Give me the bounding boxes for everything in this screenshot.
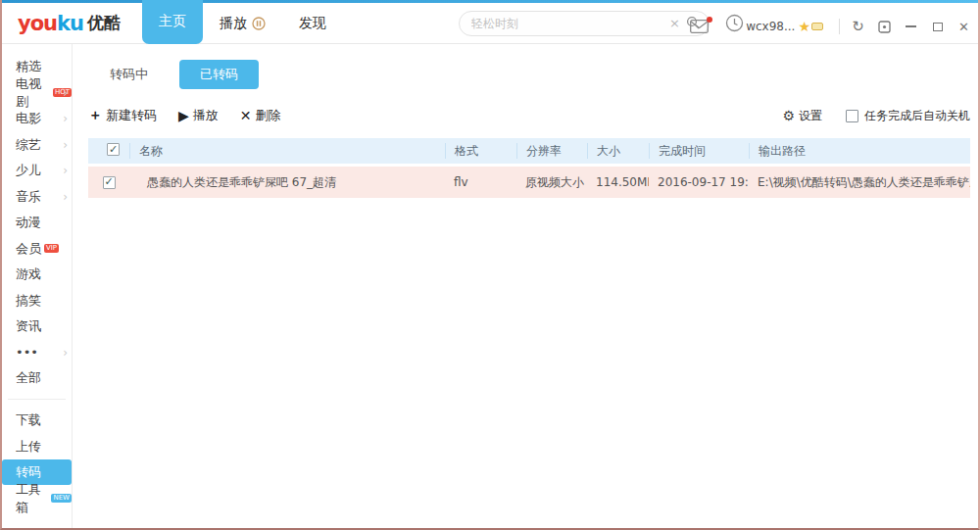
select-all-checkbox[interactable] [107,143,120,156]
maximize-button[interactable] [931,19,944,34]
row-size: 114.50MB [587,175,649,189]
column-header-size: 大小 [587,143,649,159]
transcode-tabs: 转码中 已转码 [96,60,978,89]
sidebar-item-label: 上传 [16,438,41,456]
sidebar-item-label: 转码 [16,463,41,481]
sidebar-divider [8,399,66,400]
logo-you: you [18,12,57,35]
sidebar-item-label: 电影 [16,110,41,127]
sidebar-item-more[interactable]: •••› [2,340,72,365]
delete-label: 删除 [256,107,281,124]
sidebar-item-anime[interactable]: 动漫 [2,210,72,235]
search-clear-icon[interactable]: × [669,16,680,30]
transcode-page: 转码中 已转码 ＋ 新建转码 ▶ 播放 ✕ 删除 ⚙ [73,44,978,528]
row-finish-time: 2016-09-17 19:41 [649,175,749,189]
logo-cn: 优酷 [87,12,121,34]
sidebar-item-label: 下载 [16,411,41,429]
delete-x-icon: ✕ [240,108,252,123]
youku-app-window: youku 优酷 主页 播放 发现 × [0,0,980,530]
row-output-path: E:\视频\优酷转码\愚蠢的人类还是乖乖铲屎吧 6... [749,174,970,191]
nav-play-label: 播放 [220,15,247,32]
user-account[interactable]: wcx98... ★ [746,19,823,34]
tab-transcoded[interactable]: 已转码 [179,60,259,89]
pause-circle-icon [252,17,266,30]
topbar-right-cluster: wcx98... ★ ↻ ✕ [690,6,970,47]
sidebar-item-label: 精选 [16,58,41,75]
close-button[interactable]: ✕ [957,19,970,34]
sidebar-item-all[interactable]: 全部 [2,365,72,391]
sidebar-item-label: 搞笑 [16,292,41,310]
sidebar-item-movies[interactable]: 电影› [2,106,72,131]
sidebar-item-tv-series[interactable]: 电视剧HOT› [2,80,72,106]
nav-tab-home[interactable]: 主页 [142,0,203,44]
sidebar: 精选 电视剧HOT› 电影› 综艺› 少儿› 音乐› 动漫 会员VIP 游戏 搞… [2,44,73,528]
sidebar-item-label: 工具箱 [16,481,48,516]
new-transcode-button[interactable]: ＋ 新建转码 [88,107,157,124]
chevron-right-icon: › [63,86,68,100]
sidebar-item-funny[interactable]: 搞笑 [2,288,72,313]
new-badge: NEW [51,494,72,503]
window-controls: ↻ ✕ [852,19,970,34]
row-name: 愚蠢的人类还是乖乖铲屎吧 67_超清 [129,174,445,191]
tab-transcoding[interactable]: 转码中 [96,60,162,89]
settings-button[interactable]: ⚙ 设置 [782,108,822,124]
row-checkbox[interactable] [103,176,116,189]
auto-shutdown-option[interactable]: 任务完成后自动关机 [846,108,970,124]
sidebar-item-upload[interactable]: 上传 [2,434,72,459]
nav-home-label: 主页 [159,13,186,30]
sidebar-item-games[interactable]: 游戏 [2,262,72,287]
column-header-format: 格式 [445,143,516,159]
nav-discover-label: 发现 [299,15,326,32]
column-header-finish-time: 完成时间 [649,143,749,159]
new-transcode-label: 新建转码 [106,107,157,124]
sidebar-item-kids[interactable]: 少儿› [2,158,72,183]
chevron-right-icon: › [63,138,68,152]
column-header-name: 名称 [129,143,445,159]
chevron-right-icon: › [63,112,68,125]
sidebar-item-variety[interactable]: 综艺› [2,132,72,158]
sidebar-item-toolbox[interactable]: 工具箱NEW [2,486,72,511]
nav-tab-play[interactable]: 播放 [203,3,282,44]
mini-mode-button[interactable] [878,19,891,34]
chevron-right-icon: › [63,164,68,177]
vip-badge: VIP [44,244,59,253]
tab-label: 已转码 [200,67,238,81]
sidebar-item-news[interactable]: 资讯 [2,313,72,339]
topbar-divider [839,19,840,34]
search-input[interactable] [471,17,669,30]
user-level-badge [811,23,823,30]
toolbar-right: ⚙ 设置 任务完成后自动关机 [782,108,970,124]
refresh-icon: ↻ [852,20,864,33]
table-header: 名称 格式 分辨率 大小 完成时间 输出路径 [88,138,970,164]
play-button[interactable]: ▶ 播放 [178,107,219,124]
sidebar-item-label: 综艺 [16,136,41,154]
youku-logo[interactable]: youku 优酷 [18,12,121,35]
minimize-button[interactable] [905,19,917,34]
sidebar-item-vip[interactable]: 会员VIP [2,236,72,262]
search-box[interactable]: × [459,11,710,36]
delete-button[interactable]: ✕ 删除 [240,107,281,124]
auto-shutdown-checkbox[interactable] [846,110,858,122]
plus-icon: ＋ [88,107,102,124]
mini-mode-icon [878,21,891,33]
play-icon: ▶ [178,108,189,123]
top-nav: 主页 播放 发现 [142,3,343,43]
nav-tab-discover[interactable]: 发现 [282,3,343,44]
auto-shutdown-label: 任务完成后自动关机 [864,108,970,124]
topbar: youku 优酷 主页 播放 发现 × [2,3,978,44]
table-row[interactable]: 愚蠢的人类还是乖乖铲屎吧 67_超清 flv 原视频大小 114.50MB 20… [88,167,970,198]
transcoded-files-table: 名称 格式 分辨率 大小 完成时间 输出路径 愚蠢的人类还是乖乖铲屎吧 67_超… [88,138,970,198]
chevron-right-icon: › [63,190,68,204]
sidebar-item-download[interactable]: 下载 [2,408,72,433]
column-header-output-path: 输出路径 [749,143,970,159]
more-dots-icon: ••• [16,345,38,360]
refresh-button[interactable]: ↻ [852,19,864,34]
sidebar-item-label: 音乐 [16,188,41,206]
column-header-resolution: 分辨率 [516,143,587,159]
sidebar-item-music[interactable]: 音乐› [2,184,72,210]
maximize-icon [933,23,943,31]
transcode-toolbar: ＋ 新建转码 ▶ 播放 ✕ 删除 ⚙ 设置 [88,103,970,128]
settings-label: 设置 [799,108,822,124]
messages-icon[interactable] [690,20,709,33]
gear-icon: ⚙ [782,108,795,123]
